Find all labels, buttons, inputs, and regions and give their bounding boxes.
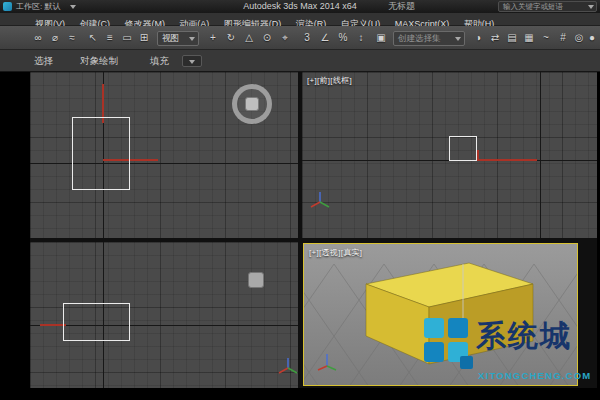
viewport-label-perspective[interactable]: [+][透视][真实]: [309, 247, 362, 258]
reference-coordinate-dropdown[interactable]: 视图: [157, 31, 199, 46]
document-title: 无标题: [388, 0, 415, 13]
paint-brush-center-icon: [245, 97, 259, 111]
world-axis-tripod-icon: [318, 354, 336, 370]
grid-origin-y-axis: [540, 72, 541, 238]
mirror-icon[interactable]: ◑: [470, 30, 486, 46]
chevron-down-icon: [455, 37, 461, 41]
spinner-snap-icon[interactable]: ↕: [353, 30, 369, 46]
ribbon-tab-row: 选择 对象绘制 填充: [0, 50, 600, 72]
select-and-scale-icon[interactable]: △: [241, 30, 257, 46]
reference-coordinate-value: 视图: [162, 33, 179, 43]
select-and-move-icon[interactable]: +: [205, 30, 221, 46]
yellow-box: [366, 263, 533, 364]
viewport-label-front[interactable]: [+][前][线框]: [307, 75, 352, 86]
use-pivot-center-icon[interactable]: ⊙: [259, 30, 275, 46]
world-axis-tripod-icon: [276, 356, 298, 380]
rectangle-spline: [63, 303, 130, 341]
tab-select[interactable]: 选择: [34, 50, 53, 72]
viewport-area: [+][前][线框]: [30, 72, 597, 388]
angle-snap-icon[interactable]: ∠: [317, 30, 333, 46]
app-title: Autodesk 3ds Max 2014 x64: [243, 0, 357, 13]
named-selection-sets-value: 创建选择集: [398, 33, 441, 43]
viewport-perspective[interactable]: [+][透视][真实]: [303, 243, 578, 386]
viewport-bottom-left[interactable]: [30, 242, 298, 388]
percent-snap-icon[interactable]: %: [335, 30, 351, 46]
select-and-rotate-icon[interactable]: ↻: [223, 30, 239, 46]
named-selection-sets-dropdown[interactable]: 创建选择集: [393, 31, 465, 46]
viewport-front[interactable]: [+][前][线框]: [302, 72, 597, 238]
tab-object-paint[interactable]: 对象绘制: [80, 50, 118, 72]
perspective-scene: [304, 244, 577, 385]
workspace-dropdown[interactable]: 工作区: 默认: [16, 0, 60, 13]
schematic-view-icon[interactable]: #: [555, 30, 571, 46]
app-icon[interactable]: [3, 2, 12, 11]
grid-origin-x-axis: [30, 163, 298, 164]
snaps-toggle-icon[interactable]: 3: [299, 30, 315, 46]
graphite-ribbon-icon[interactable]: ▦: [521, 30, 537, 46]
window-crossing-icon[interactable]: ⊞: [136, 30, 152, 46]
select-by-name-icon[interactable]: ≡: [102, 30, 118, 46]
tab-populate[interactable]: 填充: [150, 50, 169, 72]
chevron-down-icon: [70, 5, 76, 9]
layer-manager-icon[interactable]: ▤: [504, 30, 520, 46]
red-spline-segment: [477, 159, 537, 161]
select-and-manipulate-icon[interactable]: ⌖: [277, 30, 293, 46]
menu-bar: 视图(V) 创建(C) 修改器(M) 动画(A) 图形编辑器(D) 渲染(R) …: [0, 13, 600, 26]
select-object-icon[interactable]: ↖: [85, 30, 101, 46]
main-toolbar: ∞ ⌀ ≈ ↖ ≡ ▭ ⊞ 视图 + ↻ △ ⊙ ⌖ 3 ∠ % ↕ ▣ 创建选…: [0, 26, 600, 50]
ribbon-minimize-button[interactable]: [182, 55, 202, 67]
3dsmax-window: 工作区: 默认 Autodesk 3ds Max 2014 x64 无标题 输入…: [0, 0, 600, 400]
render-setup-icon[interactable]: ●: [584, 30, 600, 46]
align-icon[interactable]: ⇄: [487, 30, 503, 46]
rectangle-spline: [72, 117, 130, 190]
chevron-down-icon: [189, 37, 195, 41]
selection-region-icon[interactable]: ▭: [119, 30, 135, 46]
unlink-selection-icon[interactable]: ⌀: [47, 30, 63, 46]
infocenter-search-input[interactable]: 输入关键字或短语: [498, 1, 597, 12]
world-axis-tripod-icon: [308, 190, 332, 214]
bind-to-spacewarp-icon[interactable]: ≈: [64, 30, 80, 46]
edit-named-selection-sets-icon[interactable]: ▣: [373, 30, 389, 46]
search-chevron-down-icon: [588, 5, 594, 9]
curve-editor-icon[interactable]: ~: [538, 30, 554, 46]
chevron-down-icon: [189, 60, 195, 64]
select-and-link-icon[interactable]: ∞: [30, 30, 46, 46]
title-bar: 工作区: 默认 Autodesk 3ds Max 2014 x64 无标题 输入…: [0, 0, 600, 13]
rectangle-spline: [449, 136, 477, 161]
paint-brush-cursor-icon: [248, 272, 264, 288]
viewport-top-left[interactable]: [30, 72, 298, 238]
